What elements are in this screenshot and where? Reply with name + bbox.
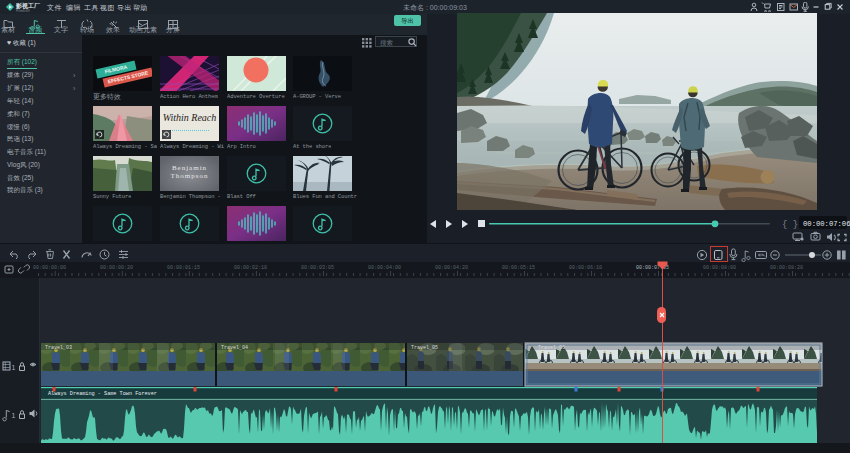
svg-text:Travel_03: Travel_03: [45, 345, 72, 351]
svg-text:1: 1: [12, 412, 16, 419]
svg-text:{ }: { }: [782, 220, 798, 230]
svg-text:Travel_06: Travel_06: [538, 345, 565, 351]
svg-text:Travel_04: Travel_04: [221, 345, 248, 351]
svg-text:00:00:07:06: 00:00:07:06: [803, 220, 850, 228]
svg-text:Travel_05: Travel_05: [411, 345, 438, 351]
svg-text:Always Dreaming - Same Town Fo: Always Dreaming - Same Town Forever: [48, 391, 157, 397]
svg-text:1: 1: [12, 364, 16, 371]
